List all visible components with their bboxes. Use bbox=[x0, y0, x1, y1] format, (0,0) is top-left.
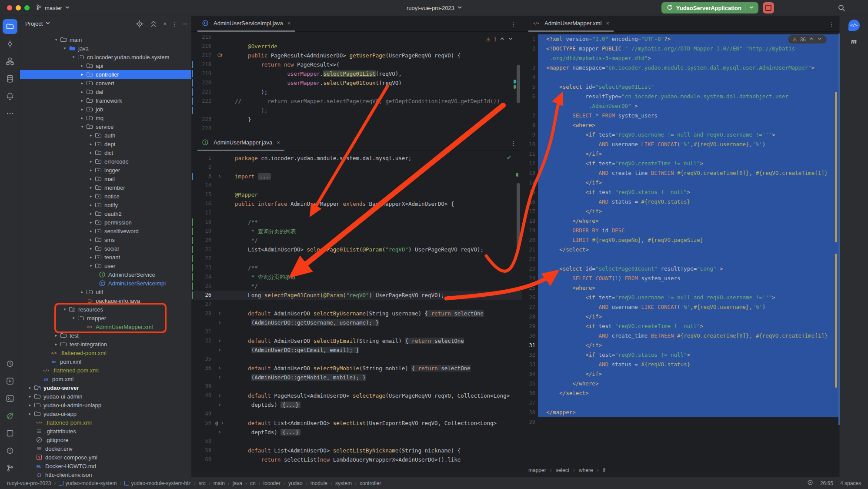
chevron-collapsed-icon[interactable]: ▸ bbox=[87, 220, 95, 224]
tab-options-icon[interactable]: ⋮ bbox=[511, 140, 517, 147]
override-gutter-icon[interactable] bbox=[214, 51, 225, 60]
chevron-collapsed-icon[interactable]: ▸ bbox=[26, 412, 34, 416]
chevron-collapsed-icon[interactable]: ▸ bbox=[87, 133, 95, 137]
indicator-icon[interactable] bbox=[807, 479, 813, 487]
tree-item--flattened-pom-xml[interactable]: </>.flattened-pom.xml bbox=[20, 348, 191, 357]
terminal-icon[interactable] bbox=[3, 391, 17, 406]
chevron-expanded-icon[interactable]: ▾ bbox=[70, 316, 77, 320]
tree-item-dept[interactable]: ▸dept bbox=[20, 140, 191, 148]
tree-item--gitattributes[interactable]: .gitattributes bbox=[20, 427, 191, 435]
status-crumb-system[interactable]: system bbox=[335, 480, 352, 486]
tree-item-errorcode[interactable]: ▸errorcode bbox=[20, 157, 191, 166]
tree-item-pom-xml[interactable]: mpom.xml bbox=[20, 357, 191, 366]
chevron-expanded-icon[interactable]: ▾ bbox=[52, 37, 60, 42]
fold-icon[interactable]: › bbox=[214, 373, 225, 382]
chevron-collapsed-icon[interactable]: ▸ bbox=[87, 246, 95, 251]
chevron-collapsed-icon[interactable]: ▸ bbox=[87, 151, 95, 155]
chevron-collapsed-icon[interactable]: ▸ bbox=[87, 177, 95, 181]
tree-item-logger[interactable]: ▸logger bbox=[20, 166, 191, 174]
chevron-collapsed-icon[interactable]: ▸ bbox=[87, 229, 95, 233]
tree-item-java[interactable]: ▾java bbox=[20, 44, 191, 53]
tree-item-mapper[interactable]: ▾mapper bbox=[20, 314, 191, 322]
fold-icon[interactable]: › bbox=[214, 391, 225, 400]
tab-admin-user-mapper-java[interactable]: I AdminUserMapper.java × bbox=[197, 135, 284, 151]
tree-item-util[interactable]: ▸util bbox=[20, 288, 191, 296]
tree-item-yudao-ui-app[interactable]: ▸yudao-ui-app bbox=[20, 409, 191, 418]
status-crumb-yudao-module-system[interactable]: yudao-module-system bbox=[59, 480, 117, 486]
status-crumb-ruoyi-vue-pro-2023[interactable]: ruoyi-vue-pro-2023 bbox=[7, 480, 51, 486]
history-icon[interactable] bbox=[3, 356, 17, 371]
close-icon[interactable]: × bbox=[606, 20, 610, 27]
chevron-collapsed-icon[interactable]: ▸ bbox=[78, 98, 86, 103]
run-configuration-button[interactable]: YudaoServerApplication bbox=[661, 2, 758, 13]
tree-item-package-info-java[interactable]: package-info.java bbox=[20, 296, 191, 305]
close-icon[interactable]: × bbox=[287, 20, 291, 27]
chevron-collapsed-icon[interactable]: ▸ bbox=[52, 333, 60, 338]
inspections-widget[interactable]: ⚠36 bbox=[788, 35, 827, 44]
close-icon[interactable]: × bbox=[277, 139, 280, 146]
code-area[interactable]: 215216 @Override217 public PageResult<Ad… bbox=[191, 32, 522, 135]
breadcrumb-select[interactable]: select bbox=[556, 467, 569, 473]
tree-item-yudao-ui-admin-uniapp[interactable]: ▸yudao-ui-admin-uniapp bbox=[20, 401, 191, 409]
chevron-collapsed-icon[interactable]: ▸ bbox=[78, 81, 86, 85]
chevron-down-icon[interactable] bbox=[817, 36, 822, 43]
tree-item--flattened-pom-xml[interactable]: </>.flattened-pom.xml bbox=[20, 418, 191, 427]
tab-admin-user-service-impl-java[interactable]: C AdminUserServiceImpl.java × bbox=[197, 16, 295, 32]
status-crumb-controller[interactable]: controller bbox=[360, 480, 381, 486]
tree-item-api[interactable]: ▸api bbox=[20, 61, 191, 70]
tree-item-notice[interactable]: ▸notice bbox=[20, 192, 191, 201]
tree-item-mail[interactable]: ▸mail bbox=[20, 174, 191, 183]
window-close-icon[interactable] bbox=[7, 5, 12, 10]
chevron-expanded-icon[interactable]: ▾ bbox=[70, 55, 77, 59]
tree-item-job[interactable]: ▸job bbox=[20, 105, 191, 114]
notifications-icon[interactable] bbox=[3, 89, 17, 104]
tree-item-http-client-env-json[interactable]: {}http-client.env.json bbox=[20, 470, 191, 477]
chevron-collapsed-icon[interactable]: ▸ bbox=[87, 159, 95, 164]
tree-item--flattened-pom-xml[interactable]: </>.flattened-pom.xml bbox=[20, 366, 191, 375]
status-crumb-module[interactable]: module bbox=[310, 480, 327, 486]
services-icon[interactable] bbox=[3, 374, 17, 389]
chevron-down-icon[interactable] bbox=[45, 20, 50, 27]
tree-item-test[interactable]: ▸test bbox=[20, 331, 191, 340]
chevron-expanded-icon[interactable]: ▾ bbox=[61, 307, 69, 311]
inspections-widget[interactable]: ⚠1 bbox=[486, 36, 513, 43]
tree-item-yudao-server[interactable]: ▸yudao-server bbox=[20, 383, 191, 392]
window-minimize-icon[interactable] bbox=[16, 5, 21, 10]
chevron-collapsed-icon[interactable]: ▸ bbox=[52, 342, 60, 346]
tab-admin-user-mapper-xml[interactable]: </> AdminUserMapper.xml × bbox=[528, 16, 614, 32]
tree-item-dict[interactable]: ▸dict bbox=[20, 148, 191, 157]
tree-item--gitignore[interactable]: .gitignore bbox=[20, 435, 191, 444]
tree-item-resources[interactable]: ▾resources bbox=[20, 305, 191, 314]
fold-icon[interactable]: › bbox=[214, 428, 225, 437]
chevron-collapsed-icon[interactable]: ▸ bbox=[78, 290, 86, 294]
indent-setting[interactable]: 4 spaces bbox=[840, 480, 861, 486]
more-icon[interactable]: ⋮ bbox=[172, 20, 178, 27]
fold-icon[interactable]: › bbox=[214, 336, 225, 345]
ai-assistant-icon[interactable]: </> bbox=[848, 20, 860, 31]
git-branch-widget[interactable]: master bbox=[36, 0, 70, 16]
breadcrumb-where[interactable]: where bbox=[579, 467, 593, 473]
tree-item-adminuserservice[interactable]: IAdminUserService bbox=[20, 270, 191, 279]
chevron-collapsed-icon[interactable]: ▸ bbox=[87, 255, 95, 259]
scrollbar-thumb[interactable] bbox=[517, 65, 520, 103]
caret-position[interactable]: 26:65 bbox=[820, 480, 833, 486]
vcs-icon[interactable] bbox=[3, 461, 17, 476]
tree-item-sms[interactable]: ▸sms bbox=[20, 235, 191, 244]
status-crumb-iocoder[interactable]: iocoder bbox=[264, 480, 280, 486]
scrollbar-selection-strip[interactable] bbox=[838, 33, 840, 425]
chevron-expanded-icon[interactable]: ▾ bbox=[87, 264, 95, 268]
chevron-collapsed-icon[interactable]: ▸ bbox=[26, 403, 34, 407]
breadcrumb-mapper[interactable]: mapper bbox=[528, 467, 546, 473]
tree-item-auth[interactable]: ▸auth bbox=[20, 131, 191, 140]
tree-item-docker-howto-md[interactable]: M↓Docker-HOWTO.md bbox=[20, 462, 191, 470]
chevron-up-icon[interactable] bbox=[500, 36, 505, 43]
chevron-expanded-icon[interactable]: ▾ bbox=[61, 46, 69, 50]
chevron-collapsed-icon[interactable]: ▸ bbox=[87, 211, 95, 216]
chevron-collapsed-icon[interactable]: ▸ bbox=[87, 168, 95, 172]
window-title[interactable]: ruoyi-vue-pro-2023 bbox=[407, 0, 462, 16]
maven-tool-icon[interactable]: m bbox=[851, 37, 857, 46]
status-crumb-yudao-module-system-biz[interactable]: yudao-module-system-biz bbox=[124, 480, 190, 486]
close-icon[interactable]: × bbox=[163, 20, 167, 27]
chevron-collapsed-icon[interactable]: ▸ bbox=[26, 394, 34, 399]
tree-item-sensitiveword[interactable]: ▸sensitiveword bbox=[20, 227, 191, 235]
